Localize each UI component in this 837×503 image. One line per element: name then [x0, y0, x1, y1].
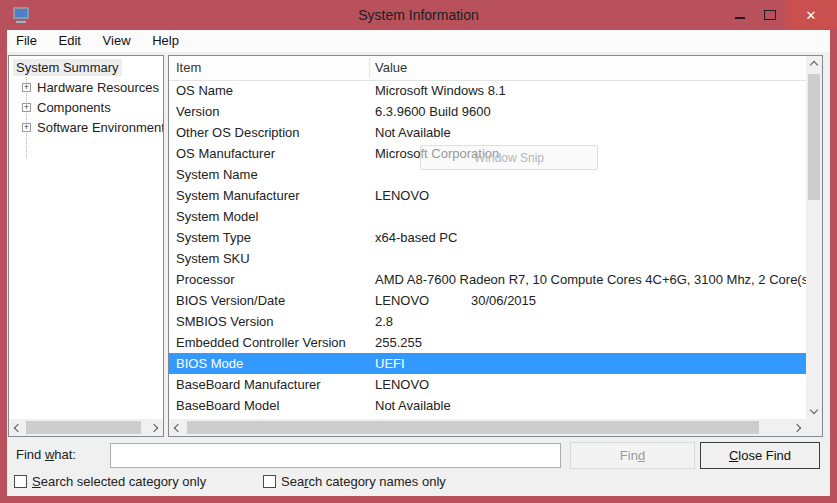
minimize-button[interactable]: [725, 0, 755, 30]
system-information-window: { "colors": { "titlebar": "#B8515C", "cl…: [0, 0, 837, 503]
tree-item-label: System Summary: [13, 59, 122, 76]
table-row[interactable]: BIOS Version/DateLENOVO30/06/2015: [169, 290, 806, 311]
value-cell: LENOVO: [375, 374, 429, 395]
menu-edit[interactable]: Edit: [50, 30, 90, 52]
table-row[interactable]: Version6.3.9600 Build 9600: [169, 101, 806, 122]
value-cell: AMD A8-7600 Radeon R7, 10 Compute Cores …: [375, 269, 806, 290]
table-row[interactable]: System Typex64-based PC: [169, 227, 806, 248]
expand-plus-icon[interactable]: +: [22, 103, 31, 112]
table-row[interactable]: OS ManufacturerMicrosoft Corporation: [169, 143, 806, 164]
table-row[interactable]: BIOS ModeUEFI: [169, 353, 806, 374]
column-header-item[interactable]: Item: [176, 56, 201, 80]
column-separator[interactable]: [369, 58, 370, 78]
scroll-right-icon[interactable]: [790, 419, 806, 436]
tree-item-label: Hardware Resources: [34, 79, 162, 96]
tree-item-hardware-resources[interactable]: +Hardware Resources: [9, 78, 163, 98]
item-cell: System Name: [176, 164, 258, 185]
minimize-icon: [735, 17, 745, 19]
table-row[interactable]: Other OS DescriptionNot Available: [169, 122, 806, 143]
tree-item-system-summary[interactable]: System Summary: [9, 58, 163, 78]
table-vertical-scrollbar[interactable]: [806, 56, 822, 419]
value-cell: 2.8: [375, 311, 393, 332]
value-cell: x64-based PC: [375, 227, 457, 248]
value-cell: Not Available: [375, 395, 451, 416]
close-icon: ✕: [806, 8, 817, 23]
tree-item-label: Software Environment: [34, 119, 163, 136]
find-button[interactable]: Find: [570, 442, 695, 469]
tree-item-label: Components: [34, 99, 114, 116]
table-row[interactable]: Embedded Controller Version255.255: [169, 332, 806, 353]
table-hscroll-thumb[interactable]: [187, 421, 759, 434]
checkbox-icon[interactable]: [14, 475, 27, 488]
item-cell: BIOS Version/Date: [176, 290, 285, 311]
maximize-button[interactable]: [755, 0, 785, 30]
value-cell: UEFI: [375, 353, 405, 374]
close-button[interactable]: ✕: [785, 0, 837, 30]
menu-bar: File Edit View Help: [7, 30, 830, 52]
find-input[interactable]: [110, 443, 561, 468]
search-category-names-checkbox[interactable]: Search category names only: [263, 473, 446, 489]
maximize-icon: [764, 10, 776, 20]
search-selected-category-checkbox[interactable]: Search selected category only: [14, 473, 206, 489]
item-cell: Other OS Description: [176, 122, 300, 143]
item-cell: BIOS Mode: [176, 353, 243, 374]
menu-file[interactable]: File: [7, 30, 46, 52]
table-row[interactable]: System SKU: [169, 248, 806, 269]
expand-plus-icon[interactable]: +: [22, 123, 31, 132]
item-cell: SMBIOS Version: [176, 311, 274, 332]
item-cell: System Type: [176, 227, 251, 248]
tree-hscroll-thumb[interactable]: [26, 421, 141, 434]
item-cell: Processor: [176, 269, 235, 290]
item-cell: OS Manufacturer: [176, 143, 275, 164]
tree-item-components[interactable]: +Components: [9, 98, 163, 118]
value-cell: Microsoft Corporation: [375, 143, 499, 164]
scroll-left-icon[interactable]: [9, 419, 25, 436]
item-cell: System SKU: [176, 248, 250, 269]
expand-plus-icon[interactable]: +: [22, 83, 31, 92]
table-row[interactable]: System Model: [169, 206, 806, 227]
search-selected-category-label: Search selected category only: [32, 474, 206, 489]
window-body: File Edit View Help System Summary+Hardw…: [7, 30, 830, 496]
checkbox-icon[interactable]: [263, 475, 276, 488]
item-cell: Embedded Controller Version: [176, 332, 346, 353]
table-row[interactable]: BaseBoard ManufacturerLENOVO: [169, 374, 806, 395]
table-row[interactable]: System Name: [169, 164, 806, 185]
item-cell: System Manufacturer: [176, 185, 300, 206]
value-cell: LENOVO: [375, 290, 429, 311]
table-row[interactable]: System ManufacturerLENOVO: [169, 185, 806, 206]
menu-view[interactable]: View: [94, 30, 140, 52]
search-category-names-label: Search category names only: [281, 474, 446, 489]
close-find-button[interactable]: Close Find: [700, 442, 820, 469]
details-table-panel: Item Value OS NameMicrosoft Windows 8.1V…: [168, 55, 823, 437]
table-row[interactable]: BaseBoard ModelNot Available: [169, 395, 806, 416]
value-cell: Microsoft Windows 8.1: [375, 80, 506, 101]
window-title: System Information: [0, 0, 837, 30]
table-horizontal-scrollbar[interactable]: [169, 419, 806, 436]
scroll-left-icon[interactable]: [169, 419, 185, 436]
item-cell: BaseBoard Model: [176, 395, 279, 416]
item-cell: OS Name: [176, 80, 233, 101]
tree-item-software-environment[interactable]: +Software Environment: [9, 118, 163, 138]
table-header: Item Value: [169, 56, 806, 81]
value-cell: 6.3.9600 Build 9600: [375, 101, 491, 122]
find-what-label: Find what:: [16, 447, 76, 462]
item-cell: Version: [176, 101, 219, 122]
table-row[interactable]: SMBIOS Version2.8: [169, 311, 806, 332]
menu-help[interactable]: Help: [143, 30, 188, 52]
table-row[interactable]: ProcessorAMD A8-7600 Radeon R7, 10 Compu…: [169, 269, 806, 290]
scroll-right-icon[interactable]: [147, 419, 163, 436]
item-cell: BaseBoard Manufacturer: [176, 374, 321, 395]
value-cell: Not Available: [375, 122, 451, 143]
table-vscroll-thumb[interactable]: [808, 74, 820, 200]
column-header-value[interactable]: Value: [375, 56, 407, 80]
category-tree-panel: System Summary+Hardware Resources+Compon…: [8, 55, 164, 437]
scroll-down-icon[interactable]: [806, 403, 822, 419]
value-cell: 255.255: [375, 332, 422, 353]
titlebar: System Information ✕: [0, 0, 837, 30]
scroll-up-icon[interactable]: [806, 56, 822, 72]
value-cell: LENOVO: [375, 185, 429, 206]
item-cell: System Model: [176, 206, 258, 227]
scrollbar-corner: [806, 419, 822, 436]
tree-horizontal-scrollbar[interactable]: [9, 419, 163, 436]
table-row[interactable]: OS NameMicrosoft Windows 8.1: [169, 80, 806, 101]
